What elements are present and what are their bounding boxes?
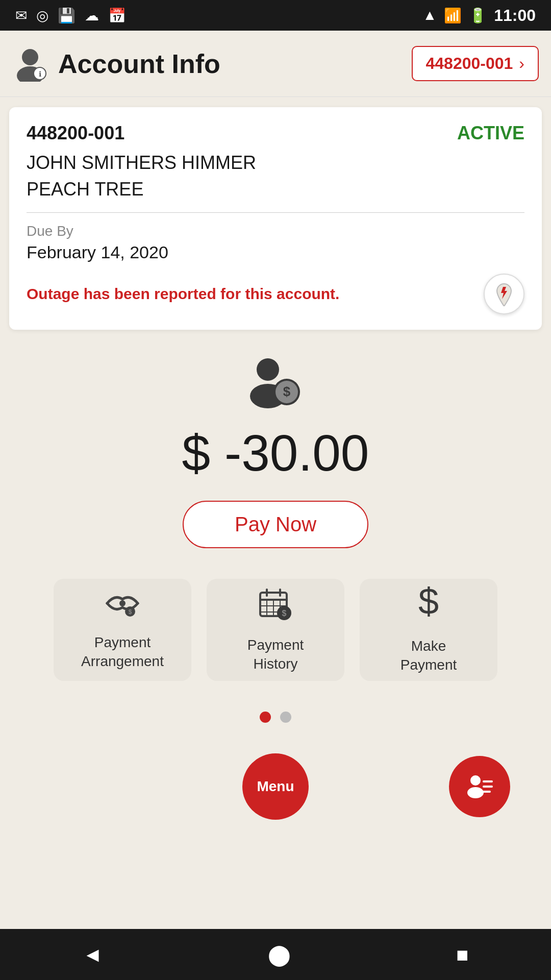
account-selector[interactable]: 448200-001 › <box>412 46 539 81</box>
back-button[interactable]: ◄ <box>83 943 103 966</box>
svg-text:ℹ: ℹ <box>39 70 41 78</box>
header-avatar-icon: ℹ <box>12 46 48 82</box>
cloud-icon: ☁ <box>85 7 99 24</box>
svg-text:$: $ <box>283 384 291 399</box>
payment-history-icon: $ <box>258 586 293 627</box>
svg-point-0 <box>22 49 38 65</box>
card-divider <box>27 212 524 213</box>
battery-icon: 🔋 <box>469 7 487 24</box>
menu-label: Menu <box>257 778 294 795</box>
due-by-date: February 14, 2020 <box>27 242 524 262</box>
lightning-pin-icon <box>492 282 516 306</box>
signal-icon: 📶 <box>444 7 462 24</box>
account-card: 448200-001 ACTIVE JOHN SMITHERS HIMMER P… <box>9 107 542 330</box>
account-number: 448200-001 <box>27 122 124 144</box>
account-location: PEACH TREE <box>27 179 524 200</box>
calendar-status-icon: 📅 <box>108 7 126 24</box>
pay-now-label: Pay Now <box>235 513 316 535</box>
balance-amount: $ -30.00 <box>182 424 369 482</box>
menu-button[interactable]: Menu <box>242 753 309 820</box>
svg-text:$: $ <box>418 585 439 621</box>
gmail-icon: ✉ <box>15 7 27 24</box>
page-title: Account Info <box>58 48 220 79</box>
chevron-right-icon: › <box>519 54 524 73</box>
account-status: ACTIVE <box>457 122 524 144</box>
status-icons-left: ✉ ◎ 💾 ☁ 📅 <box>15 7 126 24</box>
pagination-dot-2[interactable] <box>280 712 291 723</box>
home-button[interactable]: ⬤ <box>268 943 291 966</box>
outage-report-button[interactable] <box>484 274 524 314</box>
wifi-icon: ▲ <box>422 7 437 23</box>
account-selector-text: 448200-001 <box>426 54 513 73</box>
pagination-dot-1[interactable] <box>260 712 271 723</box>
make-payment-button[interactable]: $ MakePayment <box>360 579 497 681</box>
outage-row: Outage has been reported for this accoun… <box>27 274 524 314</box>
header: ℹ Account Info 448200-001 › <box>0 31 551 97</box>
header-left: ℹ Account Info <box>12 46 220 82</box>
bottom-area: Menu <box>10 743 541 835</box>
payment-arrangement-label: PaymentArrangement <box>81 633 164 671</box>
svg-point-25 <box>470 775 481 786</box>
balance-icon: $ <box>240 355 311 413</box>
status-time: 11:00 <box>494 6 536 25</box>
outage-message: Outage has been reported for this accoun… <box>27 285 484 303</box>
payment-history-label: PaymentHistory <box>247 636 304 673</box>
handshake-icon: $ <box>105 589 140 624</box>
account-name: JOHN SMITHERS HIMMER <box>27 152 524 174</box>
account-card-header: 448200-001 ACTIVE <box>27 122 524 144</box>
svg-text:$: $ <box>282 609 287 618</box>
android-nav-bar: ◄ ⬤ ■ <box>0 929 551 980</box>
due-by-label: Due By <box>27 223 524 239</box>
pay-now-button[interactable]: Pay Now <box>183 501 368 548</box>
payment-arrangement-button[interactable]: $ PaymentArrangement <box>54 579 191 681</box>
svg-point-26 <box>467 787 484 798</box>
svg-point-5 <box>257 358 279 381</box>
circle-icon: ◎ <box>36 7 48 24</box>
dollar-sign-icon: $ <box>413 585 444 628</box>
main-content: $ $ -30.00 Pay Now $ PaymentArrangement <box>0 340 551 929</box>
contact-icon <box>464 771 495 802</box>
pagination-dots <box>260 712 291 723</box>
save-icon: 💾 <box>58 7 76 24</box>
svg-point-10 <box>119 600 126 606</box>
status-bar: ✉ ◎ 💾 ☁ 📅 ▲ 📶 🔋 11:00 <box>0 0 551 31</box>
svg-text:$: $ <box>129 608 132 616</box>
status-icons-right: ▲ 📶 🔋 11:00 <box>422 6 536 25</box>
make-payment-label: MakePayment <box>400 637 457 674</box>
payment-history-button[interactable]: $ PaymentHistory <box>207 579 344 681</box>
action-buttons-row: $ PaymentArrangement <box>54 579 497 681</box>
recents-button[interactable]: ■ <box>456 943 468 966</box>
contact-fab-button[interactable] <box>449 756 510 817</box>
